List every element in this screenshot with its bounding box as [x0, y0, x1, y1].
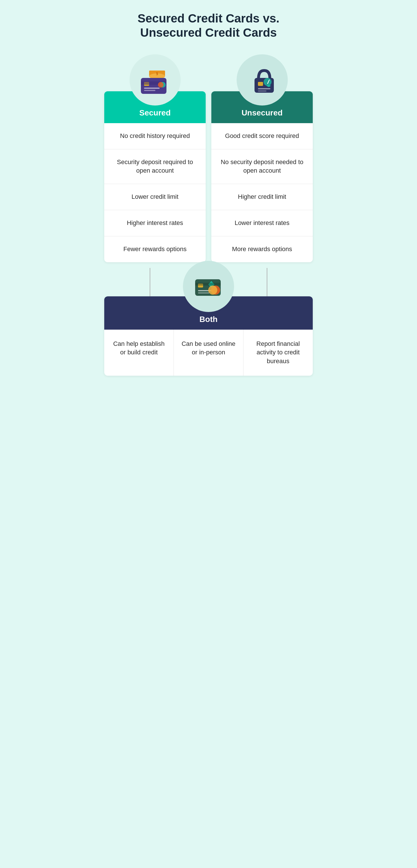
both-col-2: Report financial activity to credit bure… — [243, 330, 313, 376]
svg-rect-7 — [144, 88, 160, 89]
svg-point-13 — [264, 78, 272, 86]
infographic: Secured Credit Cards vs. Unsecured Credi… — [104, 11, 313, 376]
svg-text:$: $ — [156, 72, 158, 76]
both-section: Both Can help establish or build credit … — [104, 262, 313, 376]
both-card-icon — [190, 271, 227, 302]
unsecured-row-0: Good credit score required — [211, 123, 313, 149]
both-col-1: Can be used online or in-person — [174, 330, 243, 376]
unsecured-row-1: No security deposit needed to open accou… — [211, 149, 313, 184]
unsecured-label: Unsecured — [241, 108, 283, 117]
both-card-body: Can help establish or build credit Can b… — [104, 330, 313, 376]
secured-row-2: Lower credit limit — [104, 184, 206, 210]
svg-point-10 — [158, 82, 164, 88]
secured-icon-circle: $ — [130, 54, 181, 105]
connector-area — [104, 262, 313, 296]
svg-rect-23 — [198, 292, 209, 293]
svg-point-25 — [208, 285, 217, 294]
main-title: Secured Credit Cards vs. Unsecured Credi… — [137, 11, 280, 40]
secured-column: $ Secured — [104, 54, 206, 262]
both-col-0: Can help establish or build credit — [104, 330, 174, 376]
unsecured-column: Unsecured Good credit score required No … — [211, 54, 313, 262]
unsecured-card-icon — [244, 64, 281, 96]
svg-rect-17 — [258, 90, 267, 92]
secured-row-1: Security deposit required to open accoun… — [104, 149, 206, 184]
unsecured-card: Unsecured Good credit score required No … — [211, 91, 313, 262]
secured-card: Secured No credit history required Secur… — [104, 91, 206, 262]
both-label: Both — [199, 315, 218, 324]
unsecured-row-3: Lower interest rates — [211, 210, 313, 236]
unsecured-icon-circle — [237, 54, 288, 105]
secured-card-icon: $ — [137, 64, 174, 96]
svg-rect-16 — [258, 88, 270, 89]
left-connector-line — [150, 268, 150, 296]
svg-rect-21 — [195, 283, 221, 285]
secured-row-0: No credit history required — [104, 123, 206, 149]
secured-row-4: Fewer rewards options — [104, 236, 206, 262]
secured-row-3: Higher interest rates — [104, 210, 206, 236]
unsecured-row-2: Higher credit limit — [211, 184, 313, 210]
comparison-columns: $ Secured — [104, 54, 313, 262]
unsecured-card-body: Good credit score required No security d… — [211, 123, 313, 262]
svg-rect-8 — [144, 90, 155, 91]
secured-card-body: No credit history required Security depo… — [104, 123, 206, 262]
both-icon-circle — [183, 261, 234, 312]
right-connector-line — [267, 268, 267, 296]
svg-rect-12 — [258, 82, 263, 86]
unsecured-row-4: More rewards options — [211, 236, 313, 262]
secured-label: Secured — [139, 108, 171, 117]
